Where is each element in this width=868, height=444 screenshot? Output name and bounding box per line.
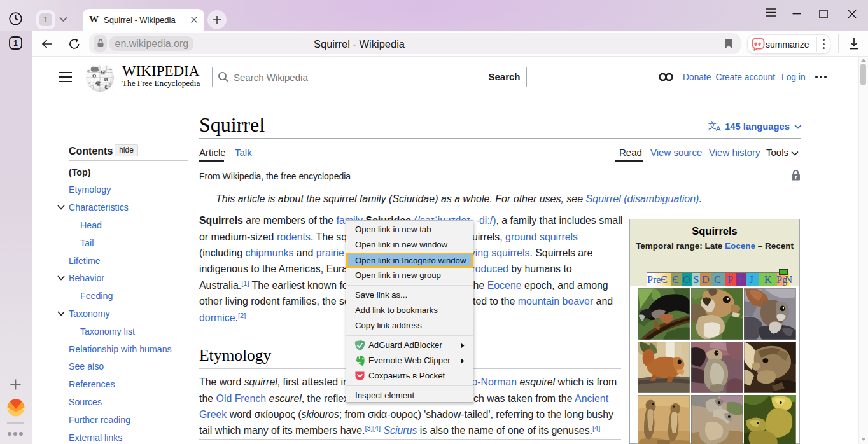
svg-text:一: 一 bbox=[109, 68, 113, 71]
svg-text:A: A bbox=[716, 125, 721, 132]
svg-text:字: 字 bbox=[109, 83, 112, 87]
svg-text:省: 省 bbox=[95, 81, 101, 87]
svg-text:ع: ع bbox=[104, 83, 108, 89]
svg-text:т: т bbox=[98, 88, 99, 92]
svg-text:И: И bbox=[104, 77, 108, 83]
svg-text:ゆ: ゆ bbox=[87, 69, 90, 73]
svg-text:W: W bbox=[101, 71, 106, 76]
svg-text:Ω: Ω bbox=[92, 74, 96, 80]
svg-text:1: 1 bbox=[13, 39, 18, 48]
